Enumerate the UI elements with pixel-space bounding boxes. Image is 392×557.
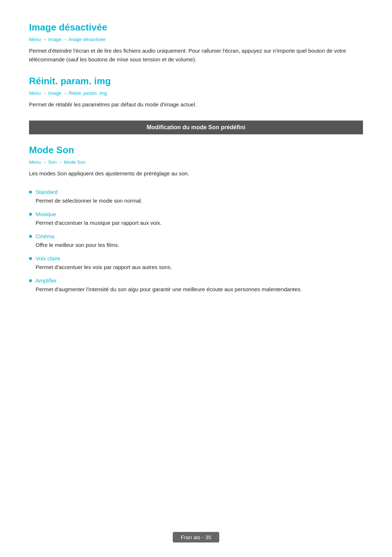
page-number: Fran ais - 35 [173,532,219,542]
bullet-dot-standard [29,191,32,194]
bullet-desc-standard: Permet de sélectionner le mode son norma… [36,196,363,205]
bullet-desc-musique: Permet d'accentuer la musique par rappor… [36,219,363,227]
bullet-label-musique: Musique [36,211,56,217]
page-footer: Fran ais - 35 [0,532,392,542]
bullet-header-standard: Standard [29,189,363,195]
bullet-dot-cinema [29,235,32,238]
list-item-cinema: Cinéma Offre le meilleur son pour les fi… [29,233,363,249]
list-item-amplifier: Amplifier Permet d'augmenter l'intensité… [29,277,363,294]
list-item-musique: Musique Permet d'accentuer la musique pa… [29,211,363,227]
breadcrumb-mode-son: Menu → Son → Mode Son [29,159,363,165]
bullet-header-cinema: Cinéma [29,233,363,239]
bullet-label-standard: Standard [36,189,58,195]
bullet-desc-voix-claire: Permet d'accentuer les voix par rapport … [36,263,363,272]
breadcrumb-image-desactivee: Menu → Image → Image désactivée [29,37,363,42]
body-reinit-param: Permet de rétablir les paramètres par dé… [29,100,363,109]
section-title-image-desactivee: Image désactivée [29,22,363,33]
breadcrumb-reinit-param: Menu → Image → Réinit. param. img [29,90,363,96]
bullet-header-musique: Musique [29,211,363,217]
body-image-desactivee: Permet d'éteindre l'écran et de lire des… [29,46,363,64]
mode-son-list: Standard Permet de sélectionner le mode … [29,189,363,294]
bullet-label-cinema: Cinéma [36,233,54,239]
bullet-dot-voix-claire [29,257,32,260]
page-container: Image désactivée Menu → Image → Image dé… [0,0,392,342]
bullet-desc-cinema: Offre le meilleur son pour les films. [36,241,363,249]
bullet-header-amplifier: Amplifier [29,277,363,284]
section-reinit-param: Réinit. param. img Menu → Image → Réinit… [29,76,363,109]
section-mode-son: Mode Son Menu → Son → Mode Son Les modes… [29,145,363,294]
bullet-dot-amplifier [29,279,32,282]
section-title-reinit-param: Réinit. param. img [29,76,363,87]
divider-bar: Modification du mode Son prédéfini [29,121,363,134]
bullet-desc-amplifier: Permet d'augmenter l'intensité du son ai… [36,285,363,294]
section-image-desactivee: Image désactivée Menu → Image → Image dé… [29,22,363,64]
bullet-dot-musique [29,213,32,216]
list-item-standard: Standard Permet de sélectionner le mode … [29,189,363,205]
bullet-label-voix-claire: Voix claire [36,255,60,261]
intro-mode-son: Les modes Son appliquent des ajustements… [29,169,363,178]
list-item-voix-claire: Voix claire Permet d'accentuer les voix … [29,255,363,272]
bullet-label-amplifier: Amplifier [36,277,57,284]
section-title-mode-son: Mode Son [29,145,363,156]
bullet-header-voix-claire: Voix claire [29,255,363,261]
